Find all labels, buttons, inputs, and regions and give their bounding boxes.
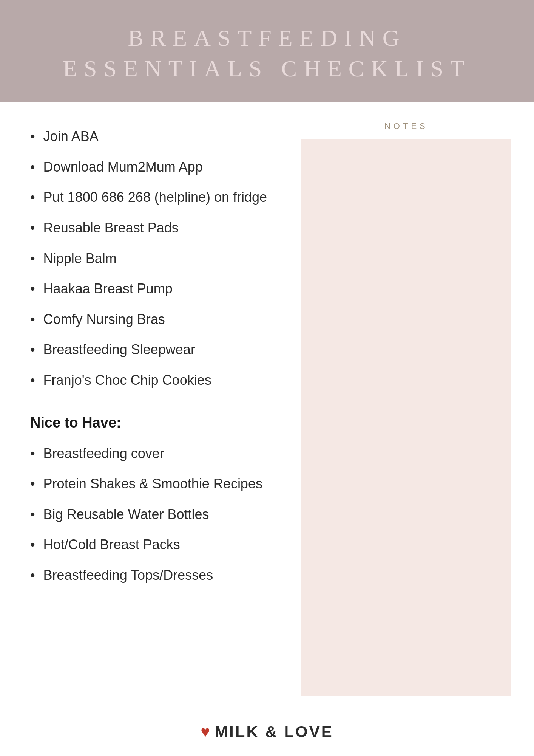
page-header: BREASTFEEDING ESSENTIALS CHECKLIST — [0, 0, 534, 102]
list-item: Hot/Cold Breast Packs — [30, 530, 282, 560]
list-item: Comfy Nursing Bras — [30, 304, 282, 335]
list-item: Put 1800 686 268 (helpline) on fridge — [30, 182, 282, 213]
list-item: Nipple Balm — [30, 243, 282, 274]
notes-column: NOTES — [294, 121, 534, 711]
list-item: Haakaa Breast Pump — [30, 274, 282, 304]
list-item: Download Mum2Mum App — [30, 152, 282, 183]
list-item: Big Reusable Water Bottles — [30, 499, 282, 530]
notes-label: NOTES — [301, 121, 511, 131]
list-item: Reusable Breast Pads — [30, 213, 282, 243]
list-item: Breastfeeding Tops/Dresses — [30, 560, 282, 591]
heart-icon: ♥ — [201, 723, 210, 741]
list-item: Breastfeeding cover — [30, 438, 282, 469]
page-title: BREASTFEEDING ESSENTIALS CHECKLIST — [15, 23, 519, 84]
list-item: Breastfeeding Sleepwear — [30, 335, 282, 365]
checklist-column: Join ABA Download Mum2Mum App Put 1800 6… — [0, 121, 294, 711]
list-item: Join ABA — [30, 121, 282, 152]
content-area: Join ABA Download Mum2Mum App Put 1800 6… — [0, 102, 534, 711]
title-line1: BREASTFEEDING — [128, 25, 406, 51]
brand-name: MILK & LOVE — [215, 723, 333, 741]
title-line2: ESSENTIALS CHECKLIST — [63, 56, 471, 81]
notes-box[interactable] — [301, 139, 511, 696]
list-item: Protein Shakes & Smoothie Recipes — [30, 469, 282, 499]
nice-to-have-checklist: Breastfeeding cover Protein Shakes & Smo… — [30, 438, 282, 591]
nice-to-have-heading: Nice to Have: — [30, 415, 282, 431]
list-item: Franjo's Choc Chip Cookies — [30, 365, 282, 396]
main-checklist: Join ABA Download Mum2Mum App Put 1800 6… — [30, 121, 282, 395]
footer: ♥ MILK & LOVE — [0, 711, 534, 756]
